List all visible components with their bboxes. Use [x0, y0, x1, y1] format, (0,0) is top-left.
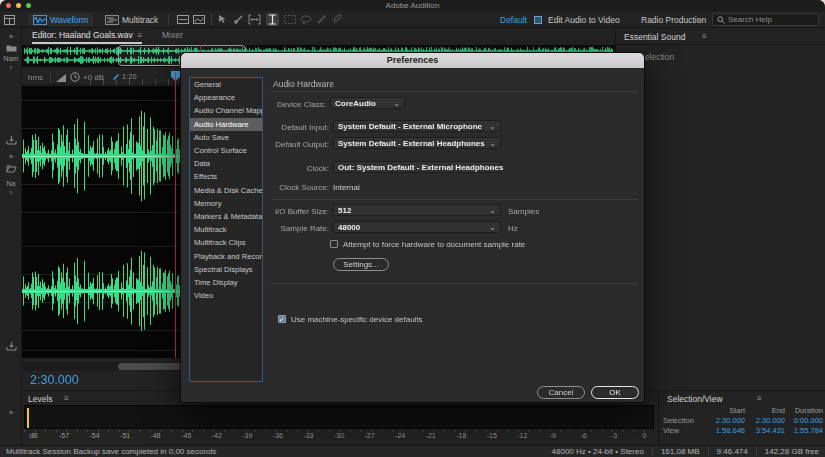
levels-scale-label: -21 — [426, 432, 436, 439]
levels-title[interactable]: Levels — [28, 394, 53, 404]
current-time-display[interactable]: 2:30.000 — [30, 373, 79, 387]
essential-sound-title[interactable]: Essential Sound — [624, 32, 685, 42]
window-title: Adobe Audition — [0, 1, 825, 10]
workspace-modified-icon[interactable] — [531, 13, 544, 26]
workspace-panel-icon[interactable] — [3, 13, 16, 26]
io-buffer-dropdown[interactable]: 512 ⌄ — [333, 204, 501, 216]
levels-scale-label: -39 — [242, 432, 252, 439]
sample-rate-dropdown[interactable]: 48000 ⌄ — [333, 221, 501, 233]
editor-tab-bar: Editor: Haaland Goals.wav ≡ Mixer — [22, 28, 615, 44]
workspace-edit-audio-to-video-button[interactable]: Edit Audio to Video — [548, 13, 620, 26]
preferences-category-spectral-displays[interactable]: Spectral Displays — [190, 263, 262, 276]
table-cell: 2:30.000 — [707, 416, 745, 425]
chevron-double-right-icon[interactable]: » — [0, 32, 22, 41]
import-file-icon[interactable] — [0, 136, 22, 145]
preferences-category-effects[interactable]: Effects — [190, 170, 262, 183]
waveform-mode-label: Waveform — [50, 15, 88, 25]
selection-view-panel: Selection/View ≡ StartEndDurationSelecti… — [658, 390, 825, 445]
folder-icon[interactable] — [0, 44, 22, 52]
ok-button[interactable]: OK — [591, 386, 639, 399]
divider — [708, 447, 709, 456]
device-class-dropdown[interactable]: CoreAudio ⌄ — [330, 97, 405, 109]
preferences-category-time-display[interactable]: Time Display — [190, 276, 262, 289]
status-duration: 9:46.474 — [717, 447, 748, 456]
spot-healing-tool-icon[interactable] — [331, 13, 344, 26]
preferences-category-multitrack[interactable]: Multitrack — [190, 223, 262, 236]
show-spectral-icon[interactable] — [192, 13, 205, 26]
preferences-category-multitrack-clips[interactable]: Multitrack Clips — [190, 236, 262, 249]
chevron-right-icon[interactable]: › — [0, 189, 22, 196]
media-browser-icon[interactable] — [0, 165, 22, 173]
chevron-down-icon: ⌄ — [489, 223, 496, 232]
paintbrush-tool-icon[interactable] — [315, 13, 328, 26]
lasso-selection-tool-icon[interactable] — [299, 13, 312, 26]
machine-defaults-checkbox[interactable]: ✓ — [278, 315, 286, 323]
chevron-double-right-icon[interactable]: » — [0, 408, 22, 417]
preferences-category-audio-hardware[interactable]: Audio Hardware — [190, 118, 262, 131]
settings-button[interactable]: Settings... — [333, 258, 389, 271]
multitrack-mode-button[interactable]: Multitrack — [100, 13, 163, 26]
device-class-label: Device Class: — [271, 100, 326, 109]
time-selection-tool-icon[interactable] — [266, 13, 279, 26]
show-waveform-icon[interactable] — [176, 13, 189, 26]
table-corner — [663, 406, 707, 415]
chevron-right-icon[interactable]: › — [0, 64, 22, 71]
panel-menu-icon[interactable]: ≡ — [137, 30, 142, 40]
edit-marker-icon — [112, 72, 120, 80]
ruler-unit-label[interactable]: hms — [28, 73, 43, 82]
volume-fader-icon[interactable] — [56, 74, 66, 82]
waveform-mode-button[interactable]: Waveform — [28, 13, 93, 26]
preferences-category-appearance[interactable]: Appearance — [190, 91, 262, 104]
preferences-category-memory[interactable]: Memory — [190, 197, 262, 210]
files-panel-label[interactable]: Nam — [0, 55, 22, 62]
chevron-double-right-icon[interactable]: » — [0, 152, 22, 161]
selection-view-title[interactable]: Selection/View — [667, 394, 723, 404]
default-input-dropdown[interactable]: System Default - External Microphone ⌄ — [333, 120, 501, 132]
favorites-panel-label[interactable]: Na — [0, 180, 22, 187]
slip-tool-icon[interactable] — [248, 13, 261, 26]
preferences-category-playback-and-recording[interactable]: Playback and Recording — [190, 249, 262, 262]
import-file-icon[interactable] — [0, 342, 22, 351]
sample-rate-unit: Hz — [508, 224, 518, 233]
preferences-category-auto-save[interactable]: Auto Save — [190, 131, 262, 144]
preferences-category-media-disk-cache[interactable]: Media & Disk Cache — [190, 184, 262, 197]
marquee-selection-tool-icon[interactable] — [283, 13, 296, 26]
clock-dropdown[interactable]: Out: System Default - External Headphone… — [333, 161, 501, 173]
move-tool-icon[interactable] — [216, 13, 229, 26]
status-file-info: 48000 Hz • 24-bit • Stereo 161,08 MB 9:4… — [552, 447, 819, 456]
levels-scale-label: -9 — [550, 432, 556, 439]
tab-editor[interactable]: Editor: Haaland Goals.wav ≡ — [32, 30, 142, 44]
preferences-category-control-surface[interactable]: Control Surface — [190, 144, 262, 157]
panel-menu-icon[interactable]: ≡ — [757, 394, 762, 403]
clock-icon — [70, 72, 80, 82]
panel-menu-icon[interactable]: ≡ — [64, 394, 69, 403]
razor-tool-icon[interactable] — [232, 13, 245, 26]
force-hardware-label[interactable]: Attempt to force hardware to document sa… — [343, 240, 525, 249]
chevron-down-icon: ⌄ — [489, 122, 496, 131]
search-help-input[interactable]: Search Help — [712, 13, 819, 26]
section-title: Audio Hardware — [273, 79, 334, 89]
preferences-content: Audio Hardware Device Class: CoreAudio ⌄… — [271, 75, 638, 385]
row-label: Selection — [663, 416, 707, 425]
levels-scale-label: -18 — [456, 432, 466, 439]
panel-menu-icon[interactable]: ≡ — [702, 32, 707, 41]
cancel-button[interactable]: Cancel — [537, 386, 585, 399]
playhead-line[interactable] — [175, 72, 176, 358]
status-format: 48000 Hz • 24-bit • Stereo — [552, 447, 644, 456]
levels-scale-label: dB — [29, 432, 38, 439]
machine-defaults-label[interactable]: Use machine-specific device defaults — [291, 315, 423, 324]
preferences-category-data[interactable]: Data — [190, 157, 262, 170]
preferences-category-audio-channel-mapping[interactable]: Audio Channel Mapping — [190, 104, 262, 117]
waveform-display-icon[interactable] — [136, 13, 149, 26]
io-buffer-unit: Samples — [508, 207, 539, 216]
force-hardware-checkbox[interactable] — [330, 240, 338, 248]
preferences-category-general[interactable]: General — [190, 78, 262, 91]
tab-mixer[interactable]: Mixer — [162, 30, 183, 40]
preferences-category-video[interactable]: Video — [190, 289, 262, 302]
workspace-overflow-button[interactable]: » — [697, 13, 702, 26]
workspace-default-button[interactable]: Default — [500, 13, 527, 26]
preferences-dialog-title[interactable]: Preferences — [181, 53, 644, 68]
default-output-dropdown[interactable]: System Default - External Headphones ⌄ — [333, 137, 501, 149]
preferences-category-markers-metadata[interactable]: Markers & Metadata — [190, 210, 262, 223]
levels-scale-label: -3 — [611, 432, 617, 439]
